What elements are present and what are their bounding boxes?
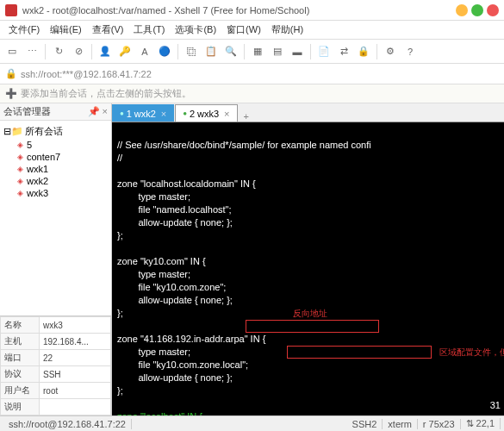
prop-row: 说明 [1, 399, 111, 415]
font-icon[interactable]: A [136, 43, 153, 60]
tab-close-icon[interactable]: × [161, 109, 166, 119]
term-line: }; [117, 308, 123, 318]
menu-file[interactable]: 文件(F) [3, 22, 45, 38]
transfer-icon[interactable]: ⇄ [335, 43, 352, 60]
paste-icon[interactable]: 📋 [202, 43, 220, 60]
sidebar-title: 会话管理器 [3, 105, 51, 118]
prop-key: 用户名 [1, 383, 40, 399]
menu-window[interactable]: 窗口(W) [221, 22, 266, 38]
term-line: zone "localhost.localdomain" IN { [117, 178, 256, 189]
main-area: 会话管理器 📌 × ⊟ 📁 所有会话 ◈5 ◈conten7 ◈wxk1 ◈wx… [0, 103, 504, 415]
term-line: type master; [117, 347, 190, 357]
session-tree: ⊟ 📁 所有会话 ◈5 ◈conten7 ◈wxk1 ◈wxk2 ◈wxk3 [0, 121, 111, 315]
prop-key: 说明 [1, 399, 40, 415]
menu-help[interactable]: 帮助(H) [266, 22, 308, 38]
session-icon: ◈ [17, 177, 23, 185]
prop-val: 22 [40, 350, 111, 366]
tab-wxk3[interactable]: ● 2 wxk3 × [175, 104, 237, 122]
tree-root-label: 所有会话 [25, 125, 63, 138]
search-icon[interactable]: 🔍 [222, 43, 240, 60]
prop-key: 协议 [1, 366, 40, 383]
new-session-icon[interactable]: ▭ [3, 43, 21, 60]
session-item[interactable]: ◈wxk1 [2, 163, 109, 175]
term-line: file "named.localhost"; [117, 204, 232, 215]
status-protocol: SSH2 [347, 419, 383, 429]
tab-strip: ● 1 wxk2 × ● 2 wxk3 × + [112, 103, 504, 122]
session-item[interactable]: ◈conten7 [2, 151, 109, 163]
tab-label: wxk2 [134, 109, 156, 119]
annotation-label: 区域配置文件，但是不能重名 [439, 346, 504, 359]
session-item[interactable]: ◈wxk2 [2, 175, 109, 187]
profile-icon[interactable]: 👤 [96, 43, 114, 60]
prop-key: 名称 [1, 317, 40, 334]
tab-label: wxk3 [197, 109, 219, 119]
menu-tools[interactable]: 工具(T) [128, 22, 170, 38]
prop-row: 协议SSH [1, 366, 111, 383]
session-label: conten7 [27, 152, 60, 162]
annotation-label: 反向地址 [293, 307, 327, 320]
menu-view[interactable]: 查看(V) [87, 22, 129, 38]
color-icon[interactable]: 🔵 [156, 43, 173, 60]
status-bar: ssh://root@192.168.41.7:22 SSH2 xterm r … [0, 415, 504, 431]
session-icon: ◈ [17, 153, 23, 161]
status-term-type: xterm [383, 419, 418, 429]
key-icon[interactable]: 🔑 [116, 43, 134, 60]
status-position: ⇅ 22,1 [461, 418, 501, 429]
properties-table: 名称wxk3 主机192.168.4... 端口22 协议SSH 用户名root… [0, 316, 111, 415]
ssh-lock-icon: 🔒 [5, 68, 17, 79]
session-label: 5 [27, 140, 32, 150]
disconnect-icon[interactable]: ⊘ [70, 43, 87, 60]
tab-num: 1 [127, 109, 132, 119]
prop-val [40, 399, 111, 415]
term-line: }; [117, 230, 123, 240]
folder-icon: 📁 [11, 126, 23, 137]
window-title: wxk2 - root@localhost:/var/named - Xshel… [22, 5, 452, 16]
tree-root[interactable]: ⊟ 📁 所有会话 [2, 124, 109, 139]
terminal-icon[interactable]: ▬ [289, 43, 306, 60]
maximize-icon[interactable] [471, 4, 483, 16]
term-line: zone "localhost" IN { [117, 411, 202, 415]
menu-tab[interactable]: 选项卡(B) [170, 22, 221, 38]
grid-icon[interactable]: ▤ [269, 43, 286, 60]
tab-close-icon[interactable]: × [224, 109, 229, 119]
collapse-icon[interactable]: ⊟ [3, 126, 11, 137]
prop-val: 192.168.4... [40, 334, 111, 350]
content-area: ● 1 wxk2 × ● 2 wxk3 × + // See /usr/shar… [112, 103, 504, 415]
minimize-icon[interactable] [456, 4, 468, 16]
separator [310, 44, 311, 59]
term-line: allow-update { none; }; [117, 217, 233, 228]
reconnect-icon[interactable]: ↻ [50, 43, 67, 60]
term-line: zone "ky10.com" IN { [117, 256, 206, 266]
address-bar[interactable]: 🔒 ssh://root:***@192.168.41.7:22 [0, 64, 504, 84]
pin-icon[interactable]: 📌 × [88, 106, 108, 117]
session-label: wxk3 [27, 188, 48, 198]
session-item[interactable]: ◈5 [2, 139, 109, 151]
separator [45, 44, 46, 59]
prop-val: wxk3 [40, 317, 111, 334]
tab-add-button[interactable]: + [239, 111, 254, 122]
menu-bar: 文件(F) 编辑(E) 查看(V) 工具(T) 选项卡(B) 窗口(W) 帮助(… [0, 21, 504, 40]
help-icon[interactable]: ? [401, 43, 419, 60]
prop-key: 端口 [1, 350, 40, 366]
session-icon: ◈ [17, 165, 23, 173]
term-line: }; [117, 385, 123, 396]
settings-icon[interactable]: ⚙ [382, 43, 399, 60]
session-label: wxk2 [27, 176, 48, 186]
status-address: ssh://root@192.168.41.7:22 [3, 419, 132, 429]
menu-edit[interactable]: 编辑(E) [45, 22, 87, 38]
term-line: // [117, 153, 122, 163]
plus-icon[interactable]: ➕ [5, 88, 17, 99]
close-icon[interactable] [487, 4, 499, 16]
session-item[interactable]: ◈wxk3 [2, 187, 109, 199]
tab-wxk2[interactable]: ● 1 wxk2 × [112, 104, 174, 122]
copy-icon[interactable]: ⿻ [183, 43, 200, 60]
address-text: ssh://root:***@192.168.41.7:22 [21, 69, 152, 79]
layout-icon[interactable]: ▦ [249, 43, 266, 60]
script-icon[interactable]: 📄 [315, 43, 333, 60]
status-size: r 75x23 [418, 419, 461, 429]
terminal[interactable]: // See /usr/share/doc/bind*/sample/ for … [112, 122, 504, 415]
app-logo-icon [5, 4, 17, 16]
lock-icon[interactable]: 🔒 [355, 43, 372, 60]
open-icon[interactable]: ⋯ [23, 43, 40, 60]
term-line: file "ky10.com.zone"; [117, 282, 226, 292]
